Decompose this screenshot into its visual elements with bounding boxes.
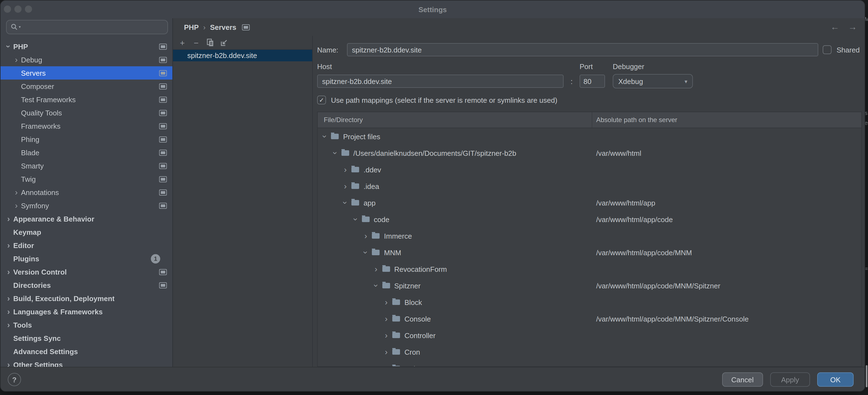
chevron-right-icon[interactable]: ›	[342, 167, 349, 172]
server-path-cell[interactable]: /var/www/html/app	[592, 199, 861, 207]
chevron-down-icon[interactable]: ›	[353, 216, 358, 223]
sidebar-item-label: Quality Tools	[21, 109, 62, 117]
chevron-right-icon[interactable]: ›	[383, 366, 390, 366]
chevron-right-icon: ›	[15, 189, 18, 195]
sidebar-item-servers[interactable]: Servers	[1, 66, 173, 80]
table-row[interactable]: ›.ddev	[318, 161, 861, 178]
table-row[interactable]: ›code/var/www/html/app/code	[318, 211, 861, 227]
table-row[interactable]: ›/Users/danielknudsen/Documents/GIT/spit…	[318, 145, 861, 161]
table-row[interactable]: ›Immerce	[318, 227, 861, 244]
directory-name: MNM	[384, 248, 401, 256]
sidebar-item-settings-sync[interactable]: Settings Sync	[1, 331, 173, 345]
table-row[interactable]: ›Helper	[318, 360, 861, 366]
chevron-down-icon[interactable]: ›	[322, 133, 328, 140]
server-path-cell[interactable]: /var/www/html	[592, 149, 861, 157]
sidebar-item-label: Smarty	[21, 161, 44, 170]
sidebar-item-advanced-settings[interactable]: Advanced Settings	[1, 345, 173, 358]
use-path-mappings-checkbox[interactable]: ✓	[317, 96, 326, 104]
table-row[interactable]: ›RevocationForm	[318, 261, 861, 277]
sidebar-item-phing[interactable]: Phing	[1, 132, 173, 146]
sidebar-item-smarty[interactable]: Smarty	[1, 159, 173, 172]
sidebar-item-label: Tools	[13, 321, 32, 329]
directory-name: .ddev	[364, 165, 381, 174]
import-mappings-button[interactable]	[219, 38, 228, 47]
server-path-cell[interactable]: /var/www/html/app/code/MNM/Spitzner/Cons…	[592, 315, 861, 323]
host-input[interactable]	[317, 74, 564, 88]
duplicate-server-button[interactable]	[206, 38, 214, 47]
shared-checkbox[interactable]	[823, 45, 832, 54]
file-directory-cell: ›Controller	[318, 331, 592, 339]
file-directory-cell: ›Console	[318, 315, 592, 323]
cancel-button[interactable]: Cancel	[722, 372, 763, 387]
sidebar-item-twig[interactable]: Twig	[1, 172, 173, 186]
sidebar-item-version-control[interactable]: ›Version Control	[1, 265, 173, 278]
sidebar-item-frameworks[interactable]: Frameworks	[1, 119, 173, 132]
sidebar-item-test-frameworks[interactable]: Test Frameworks	[1, 93, 173, 106]
zoom-window-button[interactable]	[25, 5, 32, 13]
chevron-right-icon[interactable]: ›	[373, 266, 379, 272]
sidebar-item-label: Composer	[21, 82, 54, 90]
chevron-down-icon[interactable]: ›	[363, 249, 369, 256]
chevron-down-icon[interactable]: ›	[332, 150, 338, 156]
import-arrow-icon	[220, 38, 228, 47]
help-button[interactable]: ?	[8, 373, 21, 386]
sidebar-item-plugins[interactable]: Plugins1	[1, 252, 173, 265]
add-server-button[interactable]: +	[178, 38, 187, 47]
sidebar-item-label: Plugins	[13, 254, 39, 263]
chevron-right-icon: ›	[15, 203, 18, 208]
server-path-cell[interactable]: /var/www/html/app/code/MNM	[592, 248, 861, 256]
sidebar-item-debug[interactable]: ›Debug	[1, 53, 173, 66]
table-row[interactable]: ›Project files	[318, 128, 861, 145]
sidebar-item-build-execution-deployment[interactable]: ›Build, Execution, Deployment	[1, 292, 173, 305]
chevron-right-icon: ›	[7, 242, 10, 248]
name-input[interactable]	[347, 43, 818, 56]
server-path-cell[interactable]: /var/www/html/app/code/MNM/Spitzner	[592, 281, 861, 290]
port-input[interactable]	[580, 74, 605, 88]
sidebar-item-quality-tools[interactable]: Quality Tools	[1, 106, 173, 119]
main-area: ▾ ›PHP›DebugServersComposerTest Framewor…	[1, 18, 865, 367]
debugger-select[interactable]: Xdebug ▾	[613, 74, 693, 88]
close-window-button[interactable]	[4, 5, 11, 13]
search-history-caret-icon[interactable]: ▾	[19, 25, 21, 29]
table-row[interactable]: ›Console/var/www/html/app/code/MNM/Spitz…	[318, 310, 861, 327]
sidebar-item-languages-frameworks[interactable]: ›Languages & Frameworks	[1, 305, 173, 318]
table-row[interactable]: ›Controller	[318, 327, 861, 344]
table-row[interactable]: ›app/var/www/html/app	[318, 194, 861, 211]
minimize-window-button[interactable]	[14, 5, 22, 13]
sidebar-item-blade[interactable]: Blade	[1, 146, 173, 159]
chevron-right-icon[interactable]: ›	[383, 333, 390, 338]
table-row[interactable]: ›Block	[318, 294, 861, 310]
server-list-item[interactable]: spitzner-b2b.ddev.site	[173, 50, 312, 61]
chevron-right-icon[interactable]: ›	[363, 233, 369, 239]
minus-icon: −	[194, 38, 198, 47]
sidebar-item-php[interactable]: ›PHP	[1, 40, 173, 53]
table-row[interactable]: ›Cron	[318, 344, 861, 360]
sidebar-item-other-settings[interactable]: ›Other Settings	[1, 358, 173, 367]
sidebar-item-appearance-behavior[interactable]: ›Appearance & Behavior	[1, 212, 173, 225]
table-row[interactable]: ›.idea	[318, 178, 861, 194]
chevron-right-icon[interactable]: ›	[383, 316, 390, 322]
chevron-down-icon[interactable]: ›	[373, 282, 379, 289]
breadcrumb-segment-php[interactable]: PHP	[184, 23, 198, 31]
server-path-cell[interactable]: /var/www/html/app/code	[592, 215, 861, 223]
forward-arrow-icon[interactable]: →	[848, 22, 857, 32]
chevron-right-icon[interactable]: ›	[383, 349, 390, 355]
chevron-down-icon[interactable]: ›	[343, 200, 348, 206]
remove-server-button[interactable]: −	[192, 38, 200, 47]
sidebar-item-symfony[interactable]: ›Symfony	[1, 199, 173, 212]
chevron-right-icon[interactable]: ›	[342, 183, 349, 189]
settings-search-input[interactable]: ▾	[6, 20, 168, 34]
sidebar-item-tools[interactable]: ›Tools	[1, 318, 173, 331]
table-row[interactable]: ›MNM/var/www/html/app/code/MNM	[318, 244, 861, 261]
sidebar-item-composer[interactable]: Composer	[1, 80, 173, 93]
sidebar-item-keymap[interactable]: Keymap	[1, 225, 173, 239]
sidebar-item-annotations[interactable]: ›Annotations	[1, 186, 173, 199]
apply-button[interactable]: Apply	[770, 372, 810, 387]
plugins-update-badge: 1	[151, 254, 160, 263]
chevron-right-icon[interactable]: ›	[383, 299, 390, 305]
back-arrow-icon[interactable]: ←	[830, 22, 839, 32]
sidebar-item-directories[interactable]: Directories	[1, 278, 173, 292]
ok-button[interactable]: OK	[817, 372, 854, 387]
table-row[interactable]: ›Spitzner/var/www/html/app/code/MNM/Spit…	[318, 277, 861, 294]
sidebar-item-editor[interactable]: ›Editor	[1, 239, 173, 252]
